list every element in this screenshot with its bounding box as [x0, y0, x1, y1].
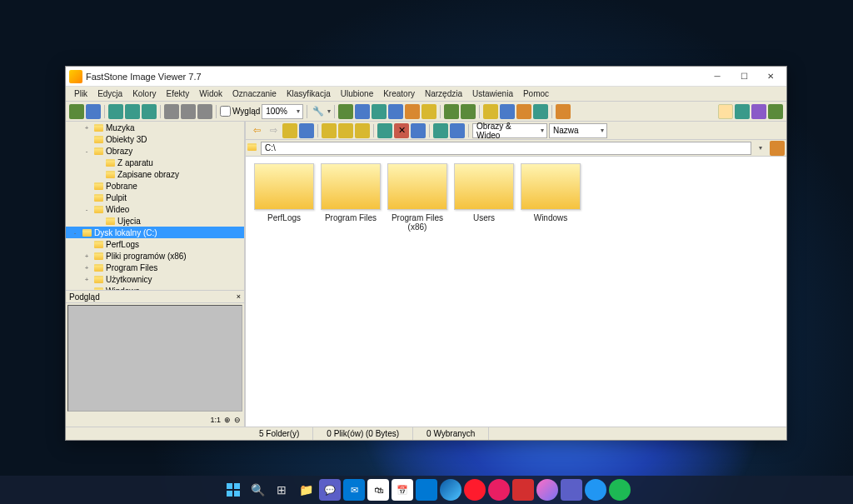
rotate-right-icon[interactable] — [461, 104, 476, 119]
tree-node[interactable]: +Użytkownicy — [66, 273, 244, 285]
slideshow-icon[interactable] — [338, 104, 353, 119]
menu-oznaczanie[interactable]: Oznaczanie — [227, 87, 282, 100]
paste-icon[interactable] — [125, 104, 140, 119]
tool11-icon[interactable] — [533, 104, 548, 119]
folder-item[interactable]: Program Files (x86) — [386, 163, 449, 232]
redo-icon[interactable] — [181, 104, 196, 119]
minimize-button[interactable]: ─ — [705, 68, 730, 85]
delete-icon[interactable]: ✕ — [394, 123, 409, 138]
taskbar[interactable]: 🔍 ⊞ 📁 💬 ✉ 🛍 📅 — [0, 476, 853, 504]
tool4-icon[interactable] — [388, 104, 403, 119]
menu-ulubione[interactable]: Ulubione — [336, 87, 378, 100]
tree-expand-icon[interactable]: + — [82, 276, 91, 283]
teams-icon[interactable] — [561, 479, 582, 501]
menu-narzedzia[interactable]: Narzędzia — [420, 87, 467, 100]
tree-node[interactable]: +Pliki programów (x86) — [66, 250, 244, 262]
tree-node[interactable]: +Muzyka — [66, 122, 244, 133]
messenger-icon[interactable] — [536, 479, 558, 501]
rotate-left-icon[interactable] — [444, 104, 459, 119]
search-icon[interactable]: 🔍 — [247, 479, 268, 501]
skin-checkbox[interactable] — [220, 106, 231, 117]
folder-tree[interactable]: +MuzykaObiekty 3D-ObrazyZ aparatuZapisan… — [66, 122, 244, 290]
select-icon[interactable] — [433, 123, 448, 138]
preview-area[interactable] — [67, 305, 242, 412]
cut-icon[interactable] — [142, 104, 157, 119]
fav2-icon[interactable] — [338, 123, 353, 138]
folder-item[interactable]: Program Files — [319, 163, 382, 232]
filter-dropdown[interactable]: Obrazy & Wideo — [472, 123, 547, 138]
tree-expand-icon[interactable]: + — [82, 264, 91, 272]
view-thumbnails-icon[interactable] — [718, 104, 733, 119]
spotify-icon[interactable] — [609, 479, 631, 501]
fullscreen-icon[interactable] — [768, 104, 783, 119]
menu-kolory[interactable]: Kolory — [127, 87, 161, 100]
folder-item[interactable]: Users — [452, 163, 516, 232]
tree-expand-icon[interactable]: - — [71, 229, 79, 237]
back-icon[interactable]: ⇦ — [249, 123, 264, 138]
select2-icon[interactable] — [450, 123, 465, 138]
up-icon[interactable] — [282, 123, 297, 138]
app-pink-icon[interactable] — [488, 479, 510, 501]
email-icon[interactable] — [483, 104, 498, 119]
save-icon[interactable] — [86, 104, 101, 119]
history-dropdown-icon[interactable]: ▾ — [753, 141, 768, 156]
print-icon[interactable] — [197, 104, 212, 119]
tree-expand-icon[interactable]: - — [82, 206, 91, 213]
titlebar[interactable]: FastStone Image Viewer 7.7 ─ ☐ ✕ — [66, 67, 786, 87]
zoom-dropdown[interactable]: 100% — [262, 104, 303, 119]
tree-node[interactable]: -Obrazy — [66, 145, 244, 157]
folder-item[interactable]: Windows — [519, 163, 582, 232]
calendar-icon[interactable] — [770, 141, 785, 156]
props-icon[interactable] — [411, 123, 426, 138]
menu-widok[interactable]: Widok — [194, 87, 227, 100]
sort-dropdown[interactable]: Nazwa — [549, 123, 607, 138]
edge-icon[interactable] — [440, 479, 461, 501]
tool5-icon[interactable] — [405, 104, 420, 119]
tree-expand-icon[interactable]: - — [82, 147, 91, 155]
refresh-icon[interactable] — [377, 123, 392, 138]
calendar-app-icon[interactable]: 📅 — [392, 479, 413, 501]
taskview-icon[interactable]: ⊞ — [271, 479, 292, 501]
forward-icon[interactable]: ⇨ — [266, 123, 281, 138]
tool3-icon[interactable] — [372, 104, 387, 119]
wrench-icon[interactable]: 🔧 — [311, 104, 326, 119]
tree-node[interactable]: Ujęcia — [66, 215, 244, 227]
fav3-icon[interactable] — [355, 123, 370, 138]
opera-icon[interactable] — [464, 479, 486, 501]
file-grid[interactable]: PerfLogsProgram FilesProgram Files (x86)… — [246, 157, 786, 427]
acquire-icon[interactable] — [69, 104, 84, 119]
tool6-icon[interactable] — [422, 104, 436, 119]
tool9-icon[interactable] — [500, 104, 515, 119]
app-red-icon[interactable] — [512, 479, 534, 501]
menu-klasyfikacja[interactable]: Klasyfikacja — [282, 87, 336, 100]
tree-expand-icon[interactable]: + — [82, 124, 91, 132]
tree-node[interactable]: Pobrane — [66, 180, 244, 192]
settings-icon[interactable] — [556, 104, 571, 119]
menu-pomoc[interactable]: Pomoc — [518, 87, 554, 100]
close-button[interactable]: ✕ — [758, 68, 783, 85]
folder-item[interactable]: PerfLogs — [252, 163, 316, 232]
fav-icon[interactable] — [322, 123, 337, 138]
chat-icon[interactable]: 💬 — [319, 479, 341, 501]
tree-node[interactable]: Zapisane obrazy — [66, 168, 244, 180]
home-icon[interactable] — [299, 123, 314, 138]
tree-expand-icon[interactable]: + — [82, 252, 91, 260]
menu-efekty[interactable]: Efekty — [162, 87, 195, 100]
zoom-out-icon[interactable]: ⊖ — [234, 416, 241, 424]
start-button[interactable] — [222, 479, 244, 501]
undo-icon[interactable] — [164, 104, 179, 119]
address-input[interactable] — [261, 142, 751, 155]
zoom-in-icon[interactable]: ⊕ — [224, 416, 231, 424]
tree-node[interactable]: PerfLogs — [66, 238, 244, 250]
tool10-icon[interactable] — [516, 104, 531, 119]
tree-node[interactable]: -Wideo — [66, 203, 244, 215]
photos-icon[interactable] — [416, 479, 437, 501]
maximize-button[interactable]: ☐ — [731, 68, 756, 85]
app-blue-icon[interactable] — [585, 479, 606, 501]
compare-icon[interactable] — [355, 104, 370, 119]
tree-node[interactable]: -Dysk lokalny (C:) — [66, 227, 244, 238]
menu-edycja[interactable]: Edycja — [92, 87, 127, 100]
tree-node[interactable]: +Program Files — [66, 262, 244, 273]
tree-node[interactable]: Pulpit — [66, 192, 244, 203]
store-icon[interactable]: 🛍 — [367, 479, 389, 501]
